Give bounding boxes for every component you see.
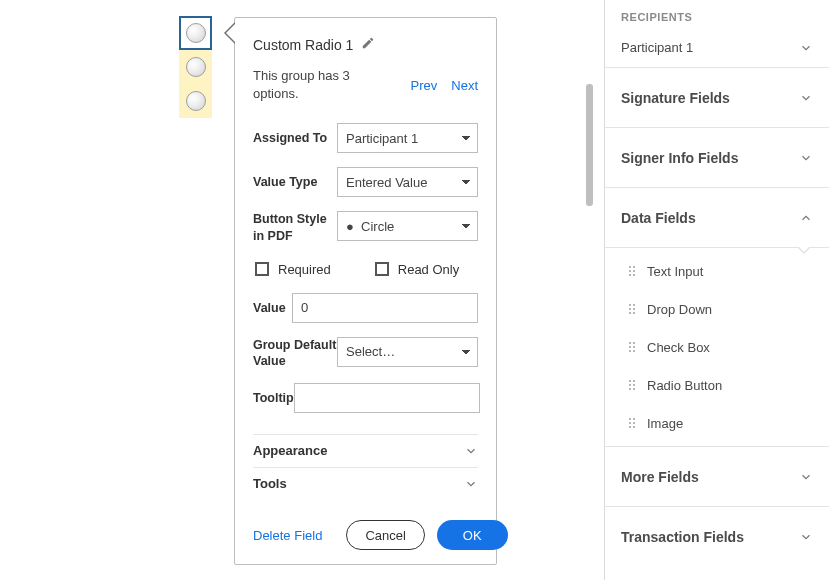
value-label: Value	[253, 300, 292, 316]
tooltip-input[interactable]	[294, 383, 480, 413]
panel-transaction-fields[interactable]: Transaction Fields	[605, 507, 829, 567]
panel-title: Signer Info Fields	[621, 150, 738, 166]
next-link[interactable]: Next	[451, 78, 478, 93]
panel-title: Signature Fields	[621, 90, 730, 106]
panel-title: More Fields	[621, 469, 699, 485]
right-sidebar: RECIPIENTS Participant 1 Signature Field…	[604, 0, 829, 580]
radio-icon	[186, 23, 206, 43]
chevron-down-icon	[464, 444, 478, 458]
value-input[interactable]	[292, 293, 478, 323]
data-fields-items: Text Input Drop Down Check Box Radio But…	[605, 248, 829, 447]
scrollbar-thumb[interactable]	[586, 84, 593, 206]
drag-handle-icon	[629, 304, 635, 314]
value-row: Value	[253, 293, 478, 323]
chevron-up-icon	[799, 211, 813, 225]
appearance-label: Appearance	[253, 443, 327, 458]
prev-link[interactable]: Prev	[411, 78, 438, 93]
radio-icon	[186, 91, 206, 111]
value-type-row: Value Type Entered Value	[253, 167, 478, 197]
drag-handle-icon	[629, 342, 635, 352]
scrollbar-track[interactable]	[583, 84, 596, 564]
cancel-button[interactable]: Cancel	[346, 520, 424, 550]
chevron-down-icon	[799, 470, 813, 484]
field-check-box[interactable]: Check Box	[605, 328, 829, 366]
group-info-row: This group has 3 options. Prev Next	[253, 67, 478, 103]
item-label: Check Box	[647, 340, 710, 355]
dialog-pointer-icon	[224, 22, 235, 44]
default-value-label: Group Default Value	[253, 337, 337, 370]
panel-data-fields[interactable]: Data Fields	[605, 188, 829, 248]
group-info-text: This group has 3 options.	[253, 67, 373, 103]
readonly-checkbox[interactable]: Read Only	[375, 262, 459, 277]
active-panel-notch-icon	[797, 247, 811, 254]
required-label: Required	[278, 262, 331, 277]
field-drop-down[interactable]: Drop Down	[605, 290, 829, 328]
value-type-select[interactable]: Entered Value	[337, 167, 478, 197]
chevron-down-icon	[799, 41, 813, 55]
panel-more-fields[interactable]: More Fields	[605, 447, 829, 507]
radio-option-1[interactable]	[179, 16, 212, 50]
chevron-down-icon	[799, 530, 813, 544]
dialog-title: Custom Radio 1	[253, 37, 353, 53]
field-image[interactable]: Image	[605, 404, 829, 442]
assigned-to-select[interactable]: Participant 1	[337, 123, 478, 153]
item-label: Radio Button	[647, 378, 722, 393]
required-checkbox[interactable]: Required	[255, 262, 331, 277]
appearance-section[interactable]: Appearance	[253, 434, 478, 467]
delete-field-link[interactable]: Delete Field	[253, 528, 322, 543]
drag-handle-icon	[629, 418, 635, 428]
drag-handle-icon	[629, 266, 635, 276]
app-stage: Custom Radio 1 This group has 3 options.…	[0, 0, 832, 581]
panel-title: Data Fields	[621, 210, 696, 226]
value-type-label: Value Type	[253, 174, 337, 190]
item-label: Text Input	[647, 264, 703, 279]
panel-signer-info-fields[interactable]: Signer Info Fields	[605, 128, 829, 188]
tools-section[interactable]: Tools	[253, 467, 478, 500]
item-label: Image	[647, 416, 683, 431]
button-style-row: Button Style in PDF ● Circle	[253, 211, 478, 244]
dialog-footer: Delete Field Cancel OK	[253, 500, 478, 550]
assigned-to-label: Assigned To	[253, 130, 337, 146]
chevron-down-icon	[799, 91, 813, 105]
recipients-heading-block: RECIPIENTS	[605, 0, 829, 34]
radio-preview-column	[179, 16, 212, 118]
panel-title: Transaction Fields	[621, 529, 744, 545]
button-style-select[interactable]: ● Circle	[337, 211, 478, 241]
nav-links: Prev Next	[411, 78, 478, 93]
dialog-title-row: Custom Radio 1	[253, 36, 478, 53]
ok-button[interactable]: OK	[437, 520, 508, 550]
panel-signature-fields[interactable]: Signature Fields	[605, 68, 829, 128]
field-radio-button[interactable]: Radio Button	[605, 366, 829, 404]
chevron-down-icon	[799, 151, 813, 165]
checkbox-icon	[375, 262, 389, 276]
radio-icon	[186, 57, 206, 77]
recipient-selector[interactable]: Participant 1	[605, 34, 829, 68]
item-label: Drop Down	[647, 302, 712, 317]
flags-row: Required Read Only	[253, 258, 478, 293]
pencil-icon[interactable]	[361, 36, 375, 53]
radio-option-2[interactable]	[179, 50, 212, 84]
recipient-name: Participant 1	[621, 40, 693, 55]
default-value-select[interactable]: Select…	[337, 337, 478, 367]
chevron-down-icon	[464, 477, 478, 491]
tooltip-row: Tooltip	[253, 383, 478, 413]
drag-handle-icon	[629, 380, 635, 390]
recipients-heading: RECIPIENTS	[621, 11, 813, 23]
radio-option-3[interactable]	[179, 84, 212, 118]
tools-label: Tools	[253, 476, 287, 491]
assigned-to-row: Assigned To Participant 1	[253, 123, 478, 153]
field-properties-dialog: Custom Radio 1 This group has 3 options.…	[234, 17, 497, 565]
readonly-label: Read Only	[398, 262, 459, 277]
checkbox-icon	[255, 262, 269, 276]
field-text-input[interactable]: Text Input	[605, 252, 829, 290]
tooltip-label: Tooltip	[253, 390, 294, 406]
button-style-label: Button Style in PDF	[253, 211, 337, 244]
default-value-row: Group Default Value Select…	[253, 337, 478, 370]
